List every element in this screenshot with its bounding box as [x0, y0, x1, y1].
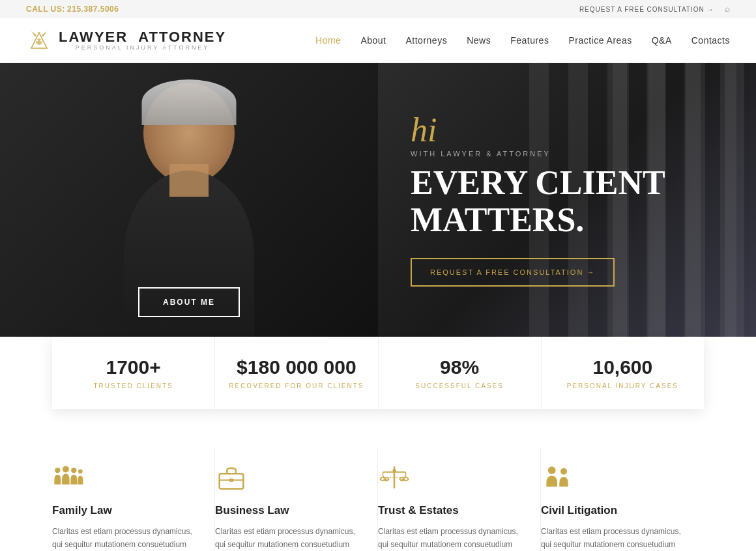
nav-attorneys[interactable]: Attorneys	[406, 35, 448, 46]
stat-label-0: TRUSTED CLIENTS	[65, 382, 201, 389]
stat-number-1: $180 000 000	[228, 356, 364, 378]
stats-bar: 1700+ TRUSTED CLIENTS $180 000 000 RECOV…	[52, 337, 704, 409]
svg-point-8	[71, 468, 76, 473]
stat-trusted-clients: 1700+ TRUSTED CLIENTS	[52, 337, 215, 409]
nav-contacts[interactable]: Contacts	[691, 35, 730, 46]
phone-number[interactable]: 215.387.5006	[67, 5, 119, 14]
nav-news[interactable]: News	[467, 35, 491, 46]
logo-icon	[26, 27, 52, 53]
stat-number-0: 1700+	[65, 356, 201, 378]
stat-number-3: 10,600	[555, 356, 691, 378]
about-me-button[interactable]: ABOUT ME	[138, 287, 240, 317]
nav-practice-areas[interactable]: Practice Areas	[568, 35, 632, 46]
call-us-label: CALL US:	[26, 5, 65, 14]
top-bar-right: REQUEST A FREE CONSULTATION → ⌕	[579, 4, 730, 14]
stat-number-2: 98%	[392, 356, 528, 378]
nav-links: Home About Attorneys News Features Pract…	[315, 35, 730, 46]
svg-marker-3	[42, 31, 47, 36]
stat-personal-injury: 10,600 PERSONAL INJURY CASES	[542, 337, 704, 409]
logo-brand: LAWYER ATTORNEY	[59, 29, 226, 45]
practice-title-2: Trust & Estates	[378, 504, 521, 517]
practice-desc-2: Claritas est etiam processus dynamicus, …	[378, 525, 521, 551]
civil-litigation-icon	[541, 461, 574, 494]
svg-marker-2	[31, 31, 36, 36]
svg-point-15	[393, 469, 396, 472]
svg-point-4	[36, 40, 38, 42]
stat-label-1: RECOVERED FOR OUR CLIENTS	[228, 382, 364, 389]
nav-about[interactable]: About	[360, 35, 386, 46]
hero-right: hi WITH LAWYER & ATTORNEY EVERY CLIENT M…	[378, 63, 756, 337]
nav-home[interactable]: Home	[315, 35, 341, 46]
practice-title-3: Civil Litigation	[541, 504, 684, 517]
practice-title-1: Business Law	[215, 504, 358, 517]
practice-desc-0: Claritas est etiam processus dynamicus, …	[52, 525, 195, 551]
stat-recovered: $180 000 000 RECOVERED FOR OUR CLIENTS	[215, 337, 378, 409]
trust-estates-icon	[378, 461, 411, 494]
stat-label-3: PERSONAL INJURY CASES	[555, 382, 691, 389]
hero-headline: EVERY CLIENT MATTERS.	[411, 164, 723, 238]
hero-with: WITH LAWYER & ATTORNEY	[411, 150, 723, 158]
practice-civil-litigation: Civil Litigation Claritas est etiam proc…	[541, 448, 704, 551]
practice-desc-1: Claritas est etiam processus dynamicus, …	[215, 525, 358, 551]
practice-title-0: Family Law	[52, 504, 195, 517]
hero-section: ABOUT ME hi WITH LAWYER & ATTORNEY EVERY…	[0, 63, 756, 337]
logo: LAWYER ATTORNEY PERSONAL INJURY ATTORNEY	[26, 27, 226, 53]
practice-family-law: Family Law Claritas est etiam processus …	[52, 448, 215, 551]
practice-business-law: Business Law Claritas est etiam processu…	[215, 448, 378, 551]
practice-desc-3: Claritas est etiam processus dynamicus, …	[541, 525, 684, 551]
practice-trust-estates: Trust & Estates Claritas est etiam proce…	[378, 448, 541, 551]
family-law-icon	[52, 461, 85, 494]
navbar: LAWYER ATTORNEY PERSONAL INJURY ATTORNEY…	[0, 18, 756, 63]
hero-left: ABOUT ME	[0, 63, 378, 337]
nav-qa[interactable]: Q&A	[652, 35, 672, 46]
practice-grid: Family Law Claritas est etiam processus …	[52, 448, 704, 551]
practice-section: Family Law Claritas est etiam processus …	[0, 409, 756, 551]
svg-point-20	[560, 468, 567, 475]
svg-point-9	[78, 470, 83, 474]
hero-hi: hi	[411, 113, 723, 147]
top-bar: CALL US: 215.387.5006 REQUEST A FREE CON…	[0, 0, 756, 18]
stat-successful: 98% SUCCESSFUL CASES	[379, 337, 542, 409]
logo-subtitle: PERSONAL INJURY ATTORNEY	[59, 45, 226, 51]
logo-text: LAWYER ATTORNEY PERSONAL INJURY ATTORNEY	[59, 29, 226, 51]
business-law-icon	[215, 461, 248, 494]
call-us: CALL US: 215.387.5006	[26, 5, 119, 14]
top-consult-link[interactable]: REQUEST A FREE CONSULTATION →	[579, 6, 714, 13]
stat-label-2: SUCCESSFUL CASES	[392, 382, 528, 389]
svg-rect-12	[229, 479, 234, 482]
svg-point-1	[36, 38, 42, 45]
search-icon[interactable]: ⌕	[725, 4, 731, 14]
svg-point-7	[63, 466, 69, 473]
svg-point-19	[548, 466, 556, 474]
svg-point-6	[55, 468, 60, 473]
nav-features[interactable]: Features	[510, 35, 549, 46]
svg-point-5	[40, 40, 42, 42]
consult-button[interactable]: REQUEST A FREE CONSULTATION →	[411, 258, 615, 287]
